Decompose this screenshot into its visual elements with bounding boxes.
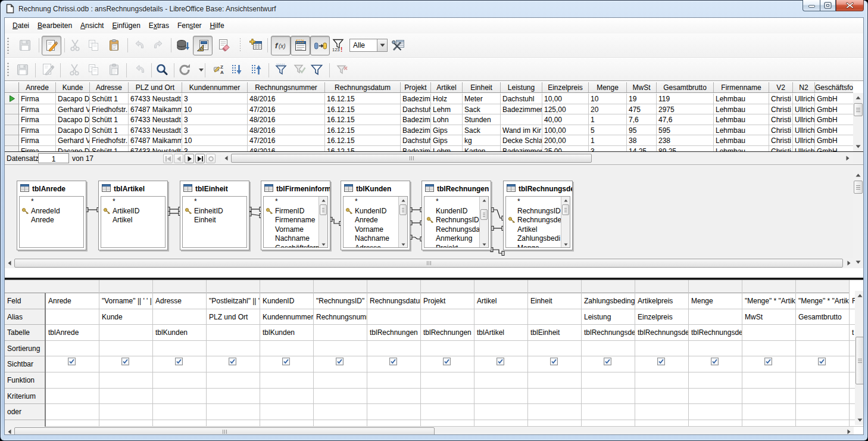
sort-descending-button[interactable] [249,63,264,77]
scrollbar-thumb[interactable] [399,204,407,215]
design-table-tblanrede[interactable]: tblAnrede*AnredeIdAnrede [17,181,86,250]
edit-button[interactable] [42,36,61,55]
design-table-tblfirmeninforma[interactable]: tblFirmeninforma*FirmenIDFirmennameVorna… [261,181,330,250]
field-*[interactable]: * [183,197,246,206]
grid-cell-sichtbar[interactable] [742,356,796,372]
grid-cell-oder[interactable] [528,404,582,420]
table-cell[interactable]: Firma [19,146,56,152]
grid-cell-tabelle[interactable] [207,325,260,341]
grid-cell-feld[interactable]: Artikelpreis [635,293,689,309]
grid-cell-sortierung[interactable] [796,341,850,357]
grid-cell-feld[interactable]: Projekt [421,293,474,309]
paste-button[interactable] [107,38,121,52]
table-cell[interactable]: Schütt 1 [90,125,129,136]
grid-column-selector[interactable] [99,280,153,293]
table-cell[interactable]: Ullrich [793,125,815,136]
grid-cell-sortierung[interactable] [742,341,796,357]
standard-filter-button[interactable] [310,63,324,77]
table-cell[interactable]: Dachstuhla [401,104,431,115]
table-cell[interactable]: 47,6 [657,114,714,125]
grid-cell-oder[interactable] [153,404,207,420]
grid-cell-extra[interactable] [421,420,474,427]
table-cell[interactable]: 16.12.15 [325,94,401,104]
table-cell[interactable]: 16.12.15 [325,114,401,125]
table-cell[interactable]: Friedhofstr. [90,104,129,115]
visible-checkbox[interactable] [764,358,772,365]
row-header[interactable] [5,135,19,146]
table-cell[interactable]: Lehmbau [714,114,769,125]
scrollbar-thumb[interactable] [480,209,488,220]
field-*[interactable]: * [344,197,398,206]
grid-cell-oder[interactable] [582,404,635,420]
grid-cell-sichtbar[interactable] [314,356,367,372]
grid-cell-sortierung[interactable] [689,341,742,357]
table-cell[interactable]: 16.12.15 [325,125,401,136]
grid-cell-alias[interactable] [474,309,528,325]
menu-fenster[interactable]: Fenster [173,19,206,32]
grid-cell-funktion[interactable] [528,372,582,389]
table-cell[interactable]: Stunden [463,114,501,125]
table-cell[interactable]: Dacapo Da [56,94,90,104]
table-cell[interactable]: Lehmbau [714,146,769,152]
row-header[interactable] [5,104,19,115]
query-grid-vscrollbar[interactable] [855,291,863,425]
table-cell[interactable]: Gips [431,135,463,146]
table-cell[interactable]: Ullrich [793,114,815,125]
table-cell[interactable]: 100,00 [542,125,589,136]
table-cell[interactable]: 3 [589,146,627,152]
sort-button[interactable]: Z A [213,63,227,77]
grid-cell-oder[interactable] [46,404,99,420]
table-cell[interactable]: Christi [769,135,793,146]
grid-cell-sichtbar[interactable] [635,356,689,372]
table-cell[interactable]: Ullrich [793,146,815,152]
table-cell[interactable]: 200,00 [542,135,589,146]
table-cell[interactable]: 20 [589,104,627,115]
table-cell[interactable]: Lehmbau [714,94,769,104]
table-cell[interactable]: Christi [769,125,793,136]
grid-cell-kriterium[interactable] [207,389,260,405]
grid-cell-funktion[interactable] [207,372,260,389]
table-cell[interactable]: 10 [182,135,248,146]
field-vorname[interactable]: Vorname [344,225,398,234]
grid-column-selector[interactable] [367,280,421,293]
grid-cell-oder[interactable] [260,404,314,420]
scroll-up-icon[interactable] [561,197,570,204]
table-cell[interactable]: 119 [657,94,714,104]
table-cell[interactable]: Dacapo Da [56,125,90,136]
table-cell[interactable]: 67433 Neustadt [129,125,182,136]
grid-cell-funktion[interactable] [796,372,850,389]
menu-extras[interactable]: Extras [145,19,173,32]
design-table-scrollbar[interactable] [398,197,407,247]
table-cell[interactable]: 3 [182,125,248,136]
field-einheitid[interactable]: EinheitID [183,206,246,216]
grid-cell-sichtbar[interactable] [46,356,99,372]
design-panel-hscrollbar[interactable] [5,258,854,268]
column-header-gesamtbrutto[interactable]: Gesamtbrutto [657,82,714,93]
table-cell[interactable]: Gerhard V [56,135,90,146]
grid-cell-sichtbar[interactable] [153,356,207,372]
table-cell[interactable]: Badezimmer [501,104,542,115]
scroll-right-icon[interactable] [844,427,854,435]
grid-cell-extra[interactable] [689,420,742,427]
grid-cell-kriterium[interactable] [153,389,207,405]
minimize-button[interactable] [803,0,820,11]
grid-cell-extra[interactable] [367,420,421,427]
clear-query-button[interactable] [217,38,231,52]
table-cell[interactable]: 595 [657,125,714,136]
grid-cell-kriterium[interactable] [99,389,153,405]
design-table-scrollbar[interactable] [561,197,570,247]
grid-cell-oder[interactable] [474,404,528,420]
grid-cell-oder[interactable] [796,404,850,420]
scroll-right-icon[interactable] [844,258,854,268]
table-cell[interactable]: Decke Schlaf [501,135,542,146]
grid-column-selector[interactable] [314,280,367,293]
next-record-button[interactable] [185,154,194,163]
visible-checkbox[interactable] [818,358,826,365]
autofilter-button[interactable] [274,63,288,77]
column-header-mwst[interactable]: MwSt [627,82,657,93]
visible-checkbox[interactable] [121,358,129,365]
table-cell[interactable]: Karton [463,146,501,152]
scroll-down-icon[interactable] [319,241,327,248]
grid-cell-sortierung[interactable] [99,341,153,357]
grid-cell-sichtbar[interactable] [689,356,742,372]
